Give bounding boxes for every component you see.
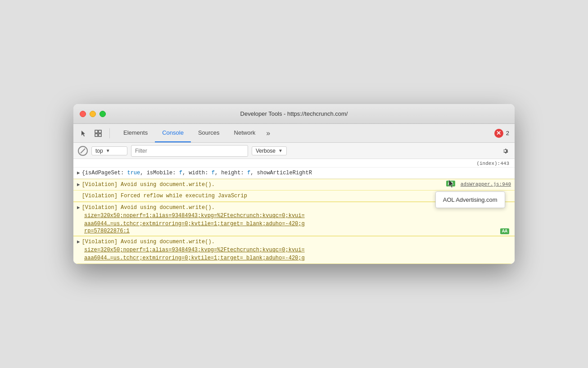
more-tabs-button[interactable]: » — [262, 124, 274, 142]
toolbar-divider — [109, 128, 110, 138]
svg-rect-2 — [95, 134, 98, 136]
tab-elements[interactable]: Elements — [116, 124, 155, 142]
context-selector[interactable]: top ▼ — [91, 146, 127, 155]
traffic-lights — [80, 111, 106, 117]
minimize-button[interactable] — [90, 111, 96, 117]
console-toolbar: top ▼ Verbose ▼ — [73, 143, 515, 159]
tooltip-popup: AOL Advertising.com — [435, 191, 505, 208]
index-line: (index):443 — [73, 159, 515, 168]
log-row-object: ▶ {isAdPageSet: true, isMobile: f, width… — [73, 168, 515, 179]
log-url-4: size=320x50;noperf=1;alias=93484943;kvpg… — [84, 246, 305, 254]
tab-network[interactable]: Network — [227, 124, 263, 142]
inspect-icon[interactable] — [93, 128, 103, 138]
tab-console[interactable]: Console — [155, 124, 191, 142]
log-url-5: aaa6044…=us.tchcr;extmirroring=0;kvtile=… — [84, 254, 305, 262]
maximize-button[interactable] — [100, 111, 106, 117]
block-icon[interactable] — [78, 146, 88, 156]
tab-bar: Elements Console Sources Network » ✕ 2 — [73, 124, 515, 143]
log-row-violation-3: ▶ [Violation] Avoid using document.write… — [73, 236, 515, 264]
log-text-1: [Violation] Avoid using document.write()… — [82, 181, 444, 189]
error-count: 2 — [506, 130, 509, 136]
cursor-icon — [448, 179, 455, 189]
aa-badge-2[interactable]: AA — [500, 228, 509, 234]
log-row-violation-1: ▶ [Violation] Avoid using document.write… — [73, 179, 515, 191]
log-url-3[interactable]: rp=578022876:1 — [84, 228, 498, 234]
close-button[interactable] — [80, 111, 86, 117]
tab-sources[interactable]: Sources — [191, 124, 227, 142]
log-text: {isAdPageSet: true, isMobile: f, width: … — [82, 169, 511, 177]
chevron-down-icon: ▼ — [106, 148, 110, 153]
settings-icon[interactable] — [500, 146, 510, 156]
verbose-chevron-icon: ▼ — [278, 148, 283, 153]
aa-badge-container: AA AOL Advertising.com — [444, 181, 457, 187]
log-text-3: [Violation] Avoid using document.write()… — [82, 238, 511, 246]
console-content: (index):443 ▶ {isAdPageSet: true, isMobi… — [73, 159, 515, 264]
svg-rect-1 — [99, 130, 101, 133]
svg-rect-0 — [95, 130, 98, 133]
svg-rect-3 — [99, 134, 101, 136]
titlebar: Developer Tools - https://techcrunch.com… — [73, 104, 515, 124]
index-link[interactable]: (index):443 — [476, 161, 509, 166]
error-badge: ✕ 2 — [494, 129, 509, 138]
tabs-container: Elements Console Sources Network » — [116, 124, 490, 142]
expand-arrow[interactable]: ▶ — [77, 169, 80, 176]
cursor-tool-icon[interactable] — [79, 128, 89, 138]
devtools-window: Developer Tools - https://techcrunch.com… — [73, 104, 515, 264]
window-title: Developer Tools - https://techcrunch.com… — [240, 110, 348, 117]
expand-arrow-1[interactable]: ▶ — [77, 181, 80, 187]
error-icon: ✕ — [494, 129, 503, 138]
expand-arrow-2[interactable]: ▶ — [77, 204, 80, 210]
verbose-selector[interactable]: Verbose ▼ — [252, 146, 287, 155]
log-url-1: size=320x50;noperf=1;alias=93484943;kvpg… — [84, 212, 305, 220]
log-url-2: aaa6044…=us.tchcr;extmirroring=0;kvtile=… — [84, 220, 305, 228]
log-source-1[interactable]: adsWrapper.js:940 — [461, 181, 511, 187]
filter-input[interactable] — [131, 145, 248, 157]
expand-arrow-3[interactable]: ▶ — [77, 238, 80, 245]
